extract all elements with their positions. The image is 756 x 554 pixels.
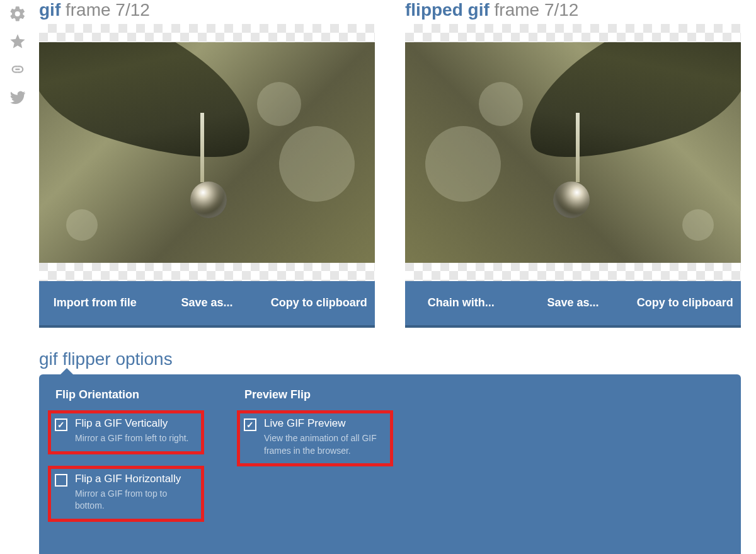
flip-vertically-option[interactable]: Flip a GIF Vertically Mirror a GIF from … bbox=[48, 410, 204, 454]
input-actionbar: Import from file Save as... Copy to clip… bbox=[39, 281, 375, 328]
sidebar bbox=[5, 5, 30, 106]
output-panel: flipped gif frame 7/12 Chain with... Sav… bbox=[405, 0, 741, 328]
save-as-button[interactable]: Save as... bbox=[151, 281, 263, 325]
title-rest: frame 7/12 bbox=[495, 0, 579, 20]
input-preview-image bbox=[39, 42, 375, 263]
options-panel: Flip Orientation Flip a GIF Vertically M… bbox=[39, 374, 741, 554]
option-description: View the animation of all GIF frames in … bbox=[264, 432, 384, 457]
link-icon[interactable] bbox=[9, 61, 26, 78]
star-icon[interactable] bbox=[9, 33, 26, 50]
input-panel: gif frame 7/12 Import from file Save as.… bbox=[39, 0, 375, 328]
input-panel-title: gif frame 7/12 bbox=[39, 0, 375, 20]
option-label: Flip a GIF Horizontally bbox=[75, 473, 195, 485]
output-panel-title: flipped gif frame 7/12 bbox=[405, 0, 741, 20]
option-description: Mirror a GIF from left to right. bbox=[75, 432, 188, 445]
flip-horizontally-option[interactable]: Flip a GIF Horizontally Mirror a GIF fro… bbox=[48, 466, 204, 522]
input-preview-area bbox=[39, 24, 375, 281]
option-label: Flip a GIF Vertically bbox=[75, 417, 188, 430]
option-label: Live GIF Preview bbox=[264, 417, 384, 430]
import-from-file-button[interactable]: Import from file bbox=[39, 281, 151, 325]
output-actionbar: Chain with... Save as... Copy to clipboa… bbox=[405, 281, 741, 328]
copy-to-clipboard-button[interactable]: Copy to clipboard bbox=[629, 281, 741, 325]
main-content: gif frame 7/12 Import from file Save as.… bbox=[39, 0, 741, 554]
gear-icon[interactable] bbox=[9, 5, 26, 23]
title-accent: flipped gif bbox=[405, 0, 490, 20]
twitter-icon[interactable] bbox=[9, 88, 26, 106]
copy-to-clipboard-button[interactable]: Copy to clipboard bbox=[263, 281, 375, 325]
option-description: Mirror a GIF from top to bottom. bbox=[75, 488, 195, 512]
output-preview-area bbox=[405, 24, 741, 281]
flip-orientation-column: Flip Orientation Flip a GIF Vertically M… bbox=[55, 388, 204, 533]
save-as-button[interactable]: Save as... bbox=[517, 281, 629, 325]
checkbox-icon[interactable] bbox=[55, 474, 67, 487]
live-preview-option[interactable]: Live GIF Preview View the animation of a… bbox=[237, 410, 393, 466]
title-accent: gif bbox=[39, 0, 60, 20]
preview-flip-column: Preview Flip Live GIF Preview View the a… bbox=[244, 388, 393, 533]
column-heading: Preview Flip bbox=[244, 388, 393, 401]
options-section: gif flipper options Flip Orientation Fli… bbox=[39, 349, 741, 554]
chain-with-button[interactable]: Chain with... bbox=[405, 281, 517, 325]
column-heading: Flip Orientation bbox=[55, 388, 204, 401]
options-title: gif flipper options bbox=[39, 349, 741, 369]
checkbox-icon[interactable] bbox=[244, 418, 256, 431]
output-preview-image bbox=[405, 42, 741, 263]
title-rest: frame 7/12 bbox=[66, 0, 150, 20]
checkbox-icon[interactable] bbox=[55, 418, 67, 431]
